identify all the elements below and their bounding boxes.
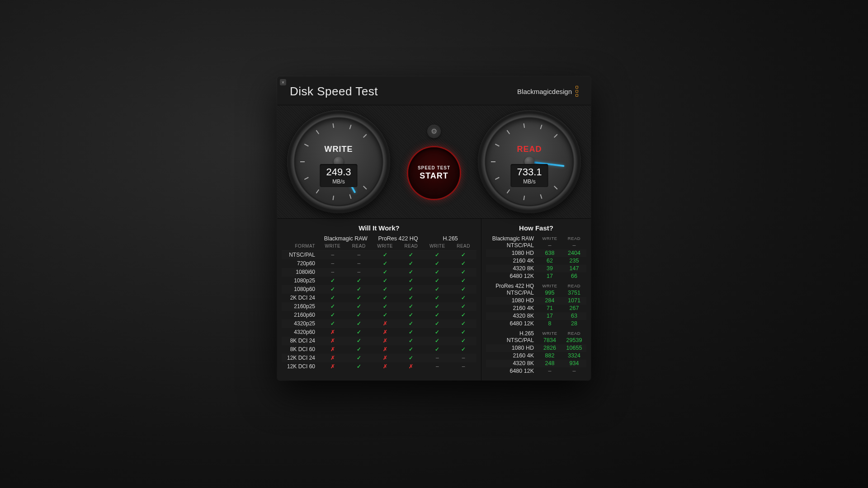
check-icon: ✓ <box>346 312 372 318</box>
cross-icon: ✗ <box>320 346 346 352</box>
check-icon: ✓ <box>450 260 476 267</box>
cross-icon: ✗ <box>372 320 398 327</box>
brand-text: Blackmagicdesign <box>517 88 572 95</box>
codec-header: Blackmagic RAW ProRes 422 HQ H.265 <box>282 235 476 242</box>
read-label: READ <box>486 145 573 154</box>
write-speed: 17 <box>538 273 562 279</box>
check-icon: ✓ <box>424 346 450 352</box>
write-header: WRITE <box>538 331 562 336</box>
check-icon: ✓ <box>450 286 476 292</box>
write-speed: 7834 <box>538 337 562 343</box>
cross-icon: ✗ <box>320 329 346 335</box>
write-speed: 284 <box>538 297 562 304</box>
codec-name: H.265 <box>486 330 538 337</box>
write-speed: 2826 <box>538 345 562 351</box>
check-icon: ✓ <box>424 269 450 275</box>
will-it-work-table: Will It Work? Blackmagic RAW ProRes 422 … <box>277 219 481 380</box>
codec-col-1: ProRes 422 HQ <box>372 235 425 242</box>
check-icon: ✓ <box>424 312 450 318</box>
codec-col-0: Blackmagic RAW <box>320 235 372 242</box>
check-icon: ✓ <box>398 295 424 301</box>
start-line2: START <box>420 171 448 181</box>
write-gauge: WRITE 249.3 MB/s <box>287 110 390 213</box>
check-icon: ✓ <box>398 269 424 275</box>
settings-button[interactable]: ⚙ <box>427 125 441 138</box>
check-icon: ✓ <box>346 303 372 310</box>
table-row: 1080p60✓✓✓✓✓✓ <box>282 285 476 294</box>
speed-row: NTSC/PAL–– <box>486 242 586 249</box>
read-gauge-face: READ 733.1 MB/s <box>486 118 573 205</box>
check-icon: ✓ <box>424 329 450 335</box>
check-icon: ✓ <box>320 295 346 301</box>
check-icon: ✓ <box>346 329 372 335</box>
cross-icon: ✗ <box>372 355 398 361</box>
cross-icon: ✗ <box>372 363 398 370</box>
check-icon: ✓ <box>398 252 424 258</box>
check-icon: ✓ <box>320 303 346 310</box>
dash-icon: – <box>450 355 476 361</box>
read-speed: 267 <box>562 305 586 311</box>
read-speed: – <box>562 242 586 249</box>
check-icon: ✓ <box>320 286 346 292</box>
check-icon: ✓ <box>372 277 398 284</box>
format-label: NTSC/PAL <box>282 252 320 258</box>
read-header: READ <box>562 236 586 241</box>
check-icon: ✓ <box>450 252 476 258</box>
read-speed: – <box>562 368 586 374</box>
table-row: 8K DCI 24✗✓✗✓✓✓ <box>282 337 476 345</box>
check-icon: ✓ <box>450 329 476 335</box>
dash-icon: – <box>346 252 372 258</box>
format-label: 8K DCI 24 <box>282 338 320 344</box>
resolution-label: 4320 8K <box>486 360 538 366</box>
check-icon: ✓ <box>320 277 346 284</box>
resolution-label: 4320 8K <box>486 265 538 272</box>
check-icon: ✓ <box>346 346 372 352</box>
resolution-label: 2160 4K <box>486 305 538 311</box>
read-speed: 2404 <box>562 250 586 256</box>
will-it-work-title: Will It Work? <box>282 224 476 232</box>
check-icon: ✓ <box>450 346 476 352</box>
check-icon: ✓ <box>346 363 372 370</box>
write-header: WRITE <box>538 236 562 241</box>
table-row: 1080i60––✓✓✓✓ <box>282 268 476 277</box>
check-icon: ✓ <box>450 295 476 301</box>
check-icon: ✓ <box>320 312 346 318</box>
read-speed: 1071 <box>562 297 586 304</box>
brand-logo: Blackmagicdesign <box>517 86 578 97</box>
check-icon: ✓ <box>398 260 424 267</box>
wr-rd-header: READ <box>450 244 476 249</box>
read-speed: 235 <box>562 258 586 264</box>
table-row: 1080p25✓✓✓✓✓✓ <box>282 277 476 285</box>
read-gauge: READ 733.1 MB/s <box>478 110 581 213</box>
resolution-label: 6480 12K <box>486 273 538 279</box>
resolution-label: 1080 HD <box>486 297 538 304</box>
codec-section-header: ProRes 422 HQWRITEREAD <box>486 283 586 289</box>
gauges-panel: WRITE 249.3 MB/s ⚙ SPEED TEST START <box>277 105 591 219</box>
table-row: 720p60––✓✓✓✓ <box>282 259 476 268</box>
check-icon: ✓ <box>398 329 424 335</box>
check-icon: ✓ <box>424 320 450 327</box>
check-icon: ✓ <box>424 252 450 258</box>
write-speed: 8 <box>538 320 562 327</box>
read-speed: 28 <box>562 320 586 327</box>
write-unit: MB/s <box>326 178 351 185</box>
resolution-label: NTSC/PAL <box>486 242 538 249</box>
dash-icon: – <box>346 260 372 267</box>
cross-icon: ✗ <box>372 338 398 344</box>
start-button[interactable]: SPEED TEST START <box>408 147 460 199</box>
wr-rd-header: READ <box>398 244 424 249</box>
check-icon: ✓ <box>450 338 476 344</box>
format-label: 4320p25 <box>282 320 320 327</box>
cross-icon: ✗ <box>320 338 346 344</box>
format-label: 1080p60 <box>282 286 320 292</box>
format-label: 12K DCI 60 <box>282 363 320 370</box>
format-header: FORMAT <box>282 244 320 249</box>
check-icon: ✓ <box>424 303 450 310</box>
check-icon: ✓ <box>398 277 424 284</box>
write-label: WRITE <box>295 145 382 154</box>
check-icon: ✓ <box>372 269 398 275</box>
resolution-label: 6480 12K <box>486 368 538 374</box>
read-speed: 934 <box>562 360 586 366</box>
dash-icon: – <box>320 269 346 275</box>
close-button[interactable]: × <box>280 79 286 85</box>
